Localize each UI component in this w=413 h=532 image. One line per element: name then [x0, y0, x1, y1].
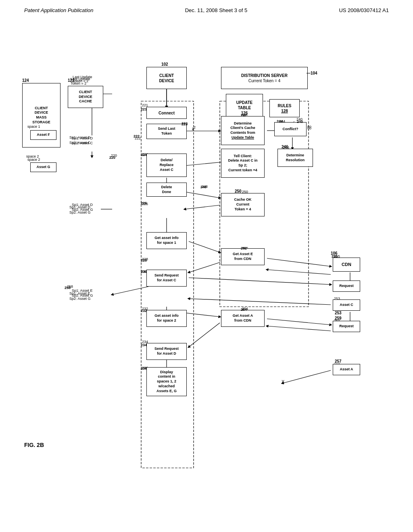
asset-f-box: Asset F [30, 130, 56, 140]
space1-label: space 1 [27, 125, 40, 129]
svg-line-13 [189, 241, 220, 252]
sp2-g2-label: Sp2: Asset G [69, 297, 91, 301]
asset-a-box: Asset A [333, 364, 360, 375]
send-last-token-box: Send Last Token [146, 124, 187, 139]
connect-box: Connect [146, 107, 187, 119]
svg-line-15 [267, 270, 331, 274]
label-102: 102 [161, 62, 168, 66]
determine-cache-box: Determine Client's Cache Contents from U… [221, 116, 265, 145]
header-publication: Patent Application Publication [24, 7, 94, 13]
svg-line-19 [112, 287, 148, 295]
space2-label: space 2 [27, 158, 40, 162]
client-device-box: CLIENT DEVICE [146, 67, 187, 89]
rules-box: RULES 128 [269, 99, 300, 117]
svg-line-9 [185, 192, 220, 198]
diagram-arrows: no [0, 21, 413, 532]
asset-c-box: Asset C [333, 299, 360, 311]
request-asset-c-box: Request [333, 281, 360, 292]
get-asset-info-sp2-box: Get asset info for space 2 [146, 310, 187, 327]
label-242: 242 [241, 113, 247, 117]
label-234: 234 [141, 343, 147, 347]
sp1-e-sp2-g-label: Sp1: Asset E [69, 291, 90, 295]
svg-line-10 [185, 205, 220, 209]
label-257: 257 [335, 359, 342, 364]
send-request-asset-d-box: Send Request for Asset D [146, 343, 187, 360]
sp2-g-label: Sp2: Asset G [69, 210, 91, 214]
label-253: 253 [335, 311, 342, 315]
label-252: 252 [241, 246, 247, 250]
label-220: 220 [109, 156, 115, 160]
get-asset-e-cdn-box: Get Asset E from CDN [221, 248, 265, 265]
page-header: Patent Application Publication Dec. 11, … [0, 0, 413, 17]
cache-ok-box: Cache OK Current Token = 4 [221, 193, 265, 216]
display-content-box: Display content in spaces 1, 2 w/cached … [146, 367, 187, 396]
last-update-label: Last Update [71, 77, 90, 81]
label-240: 240 [297, 120, 303, 124]
label-250: 250 [235, 189, 242, 193]
conflict-box: Conflict? [274, 122, 307, 136]
header-date: Dec. 11, 2008 Sheet 3 of 5 [185, 7, 248, 13]
determine-resolution-box: Determine Resolution [277, 149, 313, 167]
svg-line-14 [267, 258, 331, 266]
svg-text:X: X [282, 379, 285, 384]
label-255: 255 [332, 254, 338, 258]
label-226: 226 [141, 201, 147, 205]
label-236: 236 [141, 366, 147, 370]
svg-line-7 [185, 162, 227, 166]
label-232: 232 [141, 309, 147, 313]
last-update-value: Token = 2 [71, 81, 86, 85]
get-asset-a-cdn-box: Get Asset A from CDN [221, 310, 265, 327]
label-2: 2 [192, 127, 194, 131]
svg-line-16 [189, 262, 220, 272]
label-246: 246 [282, 145, 288, 149]
label-228: 228 [141, 258, 147, 262]
svg-line-23 [267, 326, 331, 331]
label-222: 222 [133, 134, 140, 138]
sp1-d-sp2-c-label: Sp1: Asset D [69, 135, 90, 139]
label-259: 259 [335, 316, 342, 320]
label-104: —104 [307, 71, 317, 75]
cdn-box: CDN [333, 258, 360, 272]
svg-line-17 [189, 278, 331, 285]
diagram-area: no [0, 21, 413, 532]
send-request-asset-c-box: Send Request for Asset C [146, 270, 187, 287]
asset-g-box: Asset G [30, 162, 56, 172]
svg-line-25 [282, 370, 331, 383]
label-230: 230 [141, 270, 147, 274]
distribution-server-box: DISTRIBUTION SERVER Current Token = 4 [221, 67, 308, 89]
svg-line-18 [189, 299, 331, 305]
label-258: 258 [65, 286, 71, 290]
label-224: 224 [141, 153, 147, 157]
svg-line-24 [189, 323, 220, 347]
tell-client-box: Tell Client: Delete Asset C in Sp 2; Cur… [221, 149, 265, 178]
header-patent-num: US 2008/0307412 A1 [339, 7, 389, 13]
no-label: no [307, 125, 311, 129]
fig-label: FIG. 2B [24, 442, 44, 448]
label-124: 124 [22, 78, 29, 83]
label-248: 248 [200, 185, 206, 189]
label-254: 254 [241, 308, 247, 312]
get-asset-info-sp1-box: Get asset info for space 1 [146, 232, 187, 249]
page: Patent Application Publication Dec. 11, … [0, 0, 413, 532]
delete-replace-box: Delete/ Replace Asset C [146, 154, 187, 177]
label-221: 221 [141, 107, 147, 111]
sp2-c-label: Sp2: Asset C [69, 141, 90, 145]
request-asset-a-box: Request [333, 321, 360, 332]
svg-line-22 [267, 319, 331, 325]
delete-done-box: Delete Done [146, 183, 187, 197]
label-244: 244 [277, 119, 283, 123]
label-223: 223 [181, 122, 188, 126]
client-device-cache: CLIENT DEVICE CACHE [68, 86, 103, 108]
sp1-d-sp2-g-label: Sp1: Asset D [69, 205, 90, 209]
